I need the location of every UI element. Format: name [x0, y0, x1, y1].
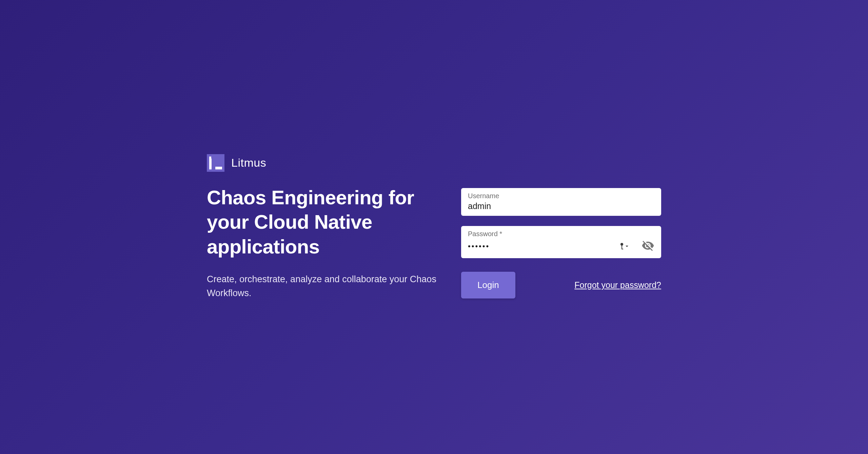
content-container: Litmus Chaos Engineering for your Cloud … — [176, 154, 692, 300]
username-input[interactable] — [468, 201, 654, 211]
page-subhead: Create, orchestrate, analyze and collabo… — [207, 272, 437, 300]
litmus-logo-icon — [207, 154, 224, 172]
login-button[interactable]: Login — [461, 272, 515, 298]
username-field-group[interactable]: Username — [461, 188, 661, 216]
hero-section: Litmus Chaos Engineering for your Cloud … — [207, 154, 437, 300]
svg-point-0 — [620, 243, 623, 246]
login-form: Username Password * — [461, 154, 661, 298]
password-label: Password * — [468, 230, 654, 238]
login-page: Litmus Chaos Engineering for your Cloud … — [0, 0, 868, 454]
password-input[interactable] — [468, 242, 616, 251]
form-actions: Login Forgot your password? — [461, 272, 661, 298]
password-field-group[interactable]: Password * — [461, 226, 661, 258]
forgot-password-link[interactable]: Forgot your password? — [574, 280, 661, 290]
page-headline: Chaos Engineering for your Cloud Native … — [207, 185, 437, 259]
username-label: Username — [468, 192, 654, 200]
brand-row: Litmus — [207, 154, 437, 172]
key-icon[interactable] — [619, 243, 629, 250]
visibility-off-icon[interactable] — [642, 239, 654, 253]
svg-rect-2 — [622, 249, 623, 249]
brand-name: Litmus — [231, 156, 266, 169]
